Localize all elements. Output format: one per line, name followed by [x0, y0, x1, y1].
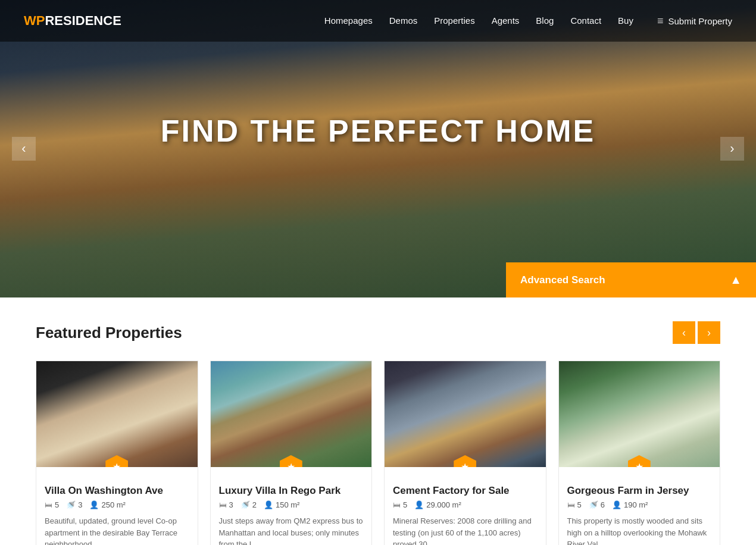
bed-icon: 🛏	[567, 500, 575, 509]
area-icon: 👤	[264, 500, 273, 509]
advanced-search-bar[interactable]: Advanced Search ▲	[506, 262, 756, 297]
area-icon: 👤	[89, 500, 99, 509]
prop-info: Cement Factory for Sale 🛏5👤29.000 m² Min…	[385, 467, 546, 545]
star-icon: ★	[461, 461, 469, 468]
prop-image-wrap: ★	[385, 361, 546, 467]
hero-section: ‹ FIND THE PERFECT HOME › Advanced Searc…	[0, 0, 756, 297]
prop-baths: 🚿2	[240, 500, 257, 509]
prop-name: Villa On Washington Ave	[45, 485, 189, 497]
prop-baths: 🚿6	[589, 500, 605, 509]
nav-links: HomepagesDemosPropertiesAgentsBlogContac…	[324, 15, 633, 26]
star-icon: ★	[287, 461, 295, 468]
prop-name: Cement Factory for Sale	[393, 485, 538, 497]
prop-image	[211, 361, 372, 467]
prop-meta: 🛏5👤29.000 m²	[393, 500, 538, 509]
prop-baths: 🚿3	[66, 500, 82, 509]
advanced-search-arrow: ▲	[730, 273, 742, 287]
menu-icon: ≡	[657, 15, 664, 27]
prop-image-wrap: ★	[36, 361, 198, 467]
nav-link-demos[interactable]: Demos	[389, 15, 418, 26]
prop-description: Beautiful, updated, ground level Co-op a…	[45, 515, 189, 545]
advanced-search-label: Advanced Search	[520, 274, 605, 286]
prop-name: Luxury Villa In Rego Park	[219, 485, 364, 497]
prop-image-wrap: ★	[559, 361, 720, 467]
featured-title: Featured Properties	[36, 324, 182, 342]
submit-property-label: Submit Property	[668, 16, 732, 26]
property-card[interactable]: ★ Luxury Villa In Rego Park 🛏3🚿2👤150 m² …	[210, 361, 373, 545]
hero-title-wrap: FIND THE PERFECT HOME	[161, 113, 595, 149]
prop-meta: 🛏5🚿3👤250 m²	[45, 500, 189, 509]
prop-area: 👤150 m²	[264, 500, 299, 509]
prop-meta: 🛏3🚿2👤150 m²	[219, 500, 364, 509]
prop-meta: 🛏5🚿6👤190 m²	[567, 500, 712, 509]
prop-description: Just steps away from QM2 express bus to …	[219, 515, 364, 545]
prop-name: Gorgeous Farm in Jersey	[567, 485, 712, 497]
property-card[interactable]: ★ Gorgeous Farm in Jersey 🛏5🚿6👤190 m² Th…	[558, 361, 721, 545]
hero-next-button[interactable]: ›	[720, 137, 744, 161]
bed-icon: 🛏	[219, 500, 227, 509]
carousel-prev-button[interactable]: ‹	[673, 321, 695, 344]
prop-beds: 🛏5	[393, 500, 407, 509]
hero-background	[0, 0, 756, 297]
bed-icon: 🛏	[393, 500, 401, 509]
star-icon: ★	[635, 461, 643, 468]
property-card[interactable]: ★ Villa On Washington Ave 🛏5🚿3👤250 m² Be…	[36, 361, 198, 545]
hero-prev-button[interactable]: ‹	[12, 137, 36, 161]
bath-icon: 🚿	[240, 500, 250, 509]
navigation: WP RESIDENCE HomepagesDemosPropertiesAge…	[0, 0, 756, 42]
nav-link-homepages[interactable]: Homepages	[324, 15, 373, 26]
nav-link-blog[interactable]: Blog	[536, 15, 554, 26]
main-content: Featured Properties ‹ › ★ Villa On Washi…	[0, 297, 756, 545]
prop-area: 👤250 m²	[89, 500, 125, 509]
area-icon: 👤	[414, 500, 424, 509]
property-card[interactable]: ★ Cement Factory for Sale 🛏5👤29.000 m² M…	[384, 361, 546, 545]
prop-info: Gorgeous Farm in Jersey 🛏5🚿6👤190 m² This…	[559, 467, 720, 545]
prop-beds: 🛏5	[45, 500, 59, 509]
prop-image	[559, 361, 720, 467]
prop-description: This property is mostly wooded and sits …	[567, 515, 712, 545]
nav-link-buy[interactable]: Buy	[618, 15, 633, 26]
prop-image	[385, 361, 546, 467]
nav-link-agents[interactable]: Agents	[492, 15, 520, 26]
carousel-controls: ‹ ›	[673, 321, 720, 344]
bath-icon: 🚿	[66, 500, 76, 509]
nav-link-properties[interactable]: Properties	[434, 15, 474, 26]
submit-property-button[interactable]: ≡ Submit Property	[657, 15, 732, 27]
prop-beds: 🛏5	[567, 500, 582, 509]
prop-beds: 🛏3	[219, 500, 233, 509]
prop-image	[36, 361, 198, 467]
logo-wp: WP	[24, 13, 45, 29]
nav-link-contact[interactable]: Contact	[570, 15, 601, 26]
logo-residence: RESIDENCE	[45, 13, 121, 29]
prop-info: Luxury Villa In Rego Park 🛏3🚿2👤150 m² Ju…	[211, 467, 372, 545]
site-logo[interactable]: WP RESIDENCE	[24, 13, 121, 29]
prop-info: Villa On Washington Ave 🛏5🚿3👤250 m² Beau…	[36, 467, 198, 545]
properties-grid: ★ Villa On Washington Ave 🛏5🚿3👤250 m² Be…	[36, 361, 720, 545]
prop-area: 👤190 m²	[612, 500, 648, 509]
prop-description: Mineral Reserves: 2008 core drilling and…	[393, 515, 538, 545]
prop-image-wrap: ★	[211, 361, 372, 467]
carousel-next-button[interactable]: ›	[698, 321, 720, 344]
hero-title: FIND THE PERFECT HOME	[161, 113, 595, 149]
area-icon: 👤	[612, 500, 621, 509]
bed-icon: 🛏	[45, 500, 52, 509]
star-icon: ★	[113, 461, 121, 468]
featured-header: Featured Properties ‹ ›	[36, 321, 720, 344]
prop-area: 👤29.000 m²	[414, 500, 461, 509]
bath-icon: 🚿	[589, 500, 598, 509]
